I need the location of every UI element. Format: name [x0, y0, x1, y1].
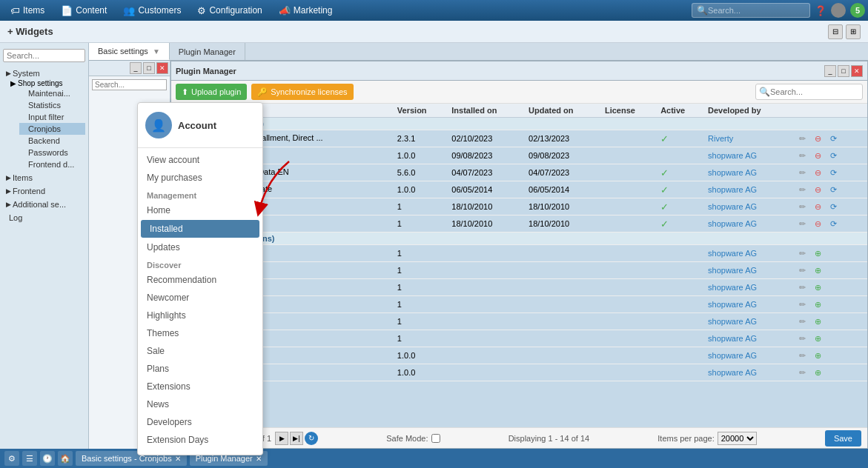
taskbar-tab-plugin-close[interactable]: ✕ [256, 455, 262, 463]
install-button[interactable]: ⊕ [812, 315, 825, 328]
plugin-close[interactable]: ✕ [851, 65, 863, 77]
sidebar-frontend[interactable]: Frontend d... [19, 158, 85, 170]
widgets-controls: ⊟ ⊞ [828, 24, 861, 39]
minimize-btn[interactable]: ⊟ [828, 24, 843, 39]
menu-themes[interactable]: Themes [138, 324, 262, 342]
save-button[interactable]: Save [825, 430, 861, 447]
download-button[interactable]: ⟳ [827, 166, 841, 179]
edit-button[interactable]: ✏ [796, 217, 809, 230]
edit-button[interactable]: ✏ [796, 366, 809, 379]
download-button[interactable]: ⟳ [827, 132, 841, 145]
basic-maximize[interactable]: □ [143, 62, 155, 74]
taskbar-clock-icon[interactable]: 🕐 [40, 451, 55, 466]
edit-button[interactable]: ✏ [796, 298, 809, 311]
edit-button[interactable]: ✏ [796, 349, 809, 362]
menu-recommendation[interactable]: Recommendation [138, 271, 262, 289]
menu-home[interactable]: Home [138, 201, 262, 219]
menu-developers[interactable]: Developers [138, 413, 262, 431]
menu-newcomer[interactable]: Newcomer [138, 289, 262, 307]
menu-extensions[interactable]: Extensions [138, 378, 262, 395]
my-purchases-link[interactable]: My purchases [138, 169, 262, 187]
install-button[interactable]: ⊕ [812, 247, 825, 260]
edit-button[interactable]: ✏ [796, 281, 809, 294]
nav-search[interactable]: 🔍 [692, 3, 810, 18]
maximize-btn[interactable]: ⊞ [846, 24, 861, 39]
sidebar-group-shop-header[interactable]: ▶ System [3, 67, 85, 79]
download-button[interactable]: ⟳ [827, 149, 841, 162]
taskbar-tab-basic-close[interactable]: ✕ [175, 455, 181, 463]
delete-button[interactable]: ⊖ [812, 132, 825, 145]
menu-installed[interactable]: Installed [141, 220, 259, 238]
nav-configuration[interactable]: ⚙ Configuration [190, 2, 269, 19]
delete-button[interactable]: ⊖ [812, 149, 825, 162]
sync-licenses-button[interactable]: 🔑 Synchronize licenses [251, 84, 353, 100]
sidebar-cronjobs[interactable]: Cronjobs [19, 123, 85, 135]
page-next[interactable]: ▶ [275, 432, 288, 445]
delete-button[interactable]: ⊖ [812, 200, 825, 213]
taskbar-home-icon[interactable]: 🏠 [58, 451, 73, 466]
download-button[interactable]: ⟳ [827, 217, 841, 230]
basic-settings-search[interactable] [92, 79, 167, 90]
nav-content[interactable]: 📄 Content [53, 2, 114, 19]
taskbar-list-icon[interactable]: ☰ [22, 451, 37, 466]
edit-button[interactable]: ✏ [796, 200, 809, 213]
safe-mode-checkbox[interactable] [431, 434, 440, 443]
delete-button[interactable]: ⊖ [812, 183, 825, 196]
avatar[interactable] [831, 3, 846, 18]
plugin-search[interactable]: 🔍 [755, 84, 863, 100]
plugin-minimize[interactable]: _ [824, 65, 836, 77]
basic-minimize[interactable]: _ [130, 62, 142, 74]
download-button[interactable]: ⟳ [827, 183, 841, 196]
menu-news[interactable]: News [138, 395, 262, 413]
tab-plugin-manager[interactable]: Plugin Manager [170, 43, 245, 60]
delete-button[interactable]: ⊖ [812, 166, 825, 179]
taskbar-settings-icon[interactable]: ⚙ [4, 451, 19, 466]
download-button[interactable]: ⟳ [827, 200, 841, 213]
install-button[interactable]: ⊕ [812, 298, 825, 311]
sidebar-input-filter[interactable]: Input filter [19, 111, 85, 123]
shop-settings-label[interactable]: Shop settings [18, 79, 63, 87]
page-last[interactable]: ▶| [290, 432, 303, 445]
install-button[interactable]: ⊕ [812, 264, 825, 277]
search-input[interactable] [708, 6, 804, 15]
menu-sale[interactable]: Sale [138, 342, 262, 360]
menu-highlights[interactable]: Highlights [138, 307, 262, 324]
nav-customers[interactable]: 👥 Customers [116, 2, 188, 19]
sidebar-maintenance[interactable]: Maintenai... [19, 87, 85, 99]
sidebar-group-log-header[interactable]: Log [3, 212, 85, 224]
menu-plans[interactable]: Plans [138, 360, 262, 378]
sidebar-group-frontend-header[interactable]: ▶ Frontend [3, 185, 85, 197]
edit-button[interactable]: ✏ [796, 247, 809, 260]
tab-basic-settings[interactable]: Basic settings ▼ [89, 43, 170, 60]
sidebar-group-items-header[interactable]: ▶ Items [3, 172, 85, 184]
help-icon[interactable]: ❓ [815, 5, 826, 16]
menu-updates[interactable]: Updates [138, 238, 262, 256]
edit-button[interactable]: ✏ [796, 166, 809, 179]
plugin-search-input[interactable] [770, 87, 859, 96]
edit-button[interactable]: ✏ [796, 149, 809, 162]
edit-button[interactable]: ✏ [796, 132, 809, 145]
install-button[interactable]: ⊕ [812, 366, 825, 379]
sidebar-backend[interactable]: Backend [19, 135, 85, 147]
delete-button[interactable]: ⊖ [812, 217, 825, 230]
sidebar-search-input[interactable] [3, 49, 85, 62]
edit-button[interactable]: ✏ [796, 332, 809, 345]
sidebar-group-additional-header[interactable]: ▶ Additional se... [3, 198, 85, 210]
sidebar-statistics[interactable]: Statistics [19, 99, 85, 111]
nav-marketing[interactable]: 📣 Marketing [271, 2, 340, 19]
edit-button[interactable]: ✏ [796, 315, 809, 328]
view-account-link[interactable]: View account [138, 151, 262, 169]
items-per-page-select[interactable]: 20000 100 50 [718, 432, 757, 445]
page-refresh[interactable]: ↻ [305, 432, 318, 445]
edit-button[interactable]: ✏ [796, 183, 809, 196]
upload-plugin-button[interactable]: ⬆ Upload plugin [176, 84, 247, 100]
plugin-maximize[interactable]: □ [838, 65, 849, 77]
edit-button[interactable]: ✏ [796, 264, 809, 277]
sidebar-password[interactable]: Passwords [19, 147, 85, 158]
basic-close[interactable]: ✕ [156, 62, 168, 74]
install-button[interactable]: ⊕ [812, 349, 825, 362]
install-button[interactable]: ⊕ [812, 281, 825, 294]
install-button[interactable]: ⊕ [812, 332, 825, 345]
menu-extension-days[interactable]: Extension Days [138, 431, 262, 449]
nav-items[interactable]: 🏷 Items [3, 2, 52, 19]
